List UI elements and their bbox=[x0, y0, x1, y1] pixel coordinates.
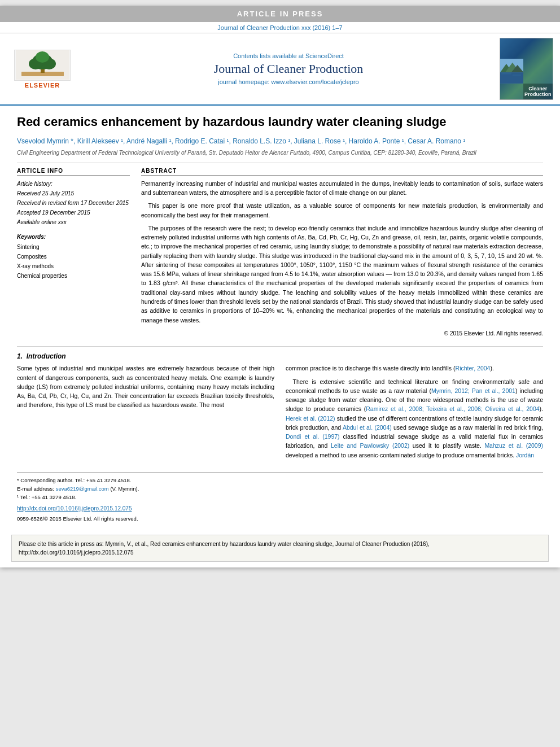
elsevier-logo-image bbox=[14, 50, 71, 81]
science-direct-link[interactable]: ScienceDirect bbox=[305, 53, 344, 59]
intro-heading: 1. Introduction bbox=[17, 352, 274, 360]
citation-text: Please cite this article in press as: My… bbox=[19, 541, 430, 556]
footer-copyright: 0959-6526/© 2015 Elsevier Ltd. All right… bbox=[17, 514, 543, 523]
keyword-sintering: Sintering bbox=[17, 242, 130, 252]
ref-ramirez[interactable]: Ramirez et al., 2008; Teixeira et al., 2… bbox=[366, 405, 539, 412]
thumbnail-label: Cleaner Production bbox=[523, 84, 553, 99]
journal-title-block: Contents lists available at ScienceDirec… bbox=[85, 53, 492, 85]
article-info-column: ARTICLE INFO Article history: Received 2… bbox=[17, 168, 130, 338]
accepted-date: Accepted 19 December 2015 bbox=[17, 208, 130, 217]
journal-thumbnail: Cleaner Production bbox=[498, 38, 554, 100]
keyword-composites: Composites bbox=[17, 252, 130, 261]
revised-date: Received in revised form 17 December 201… bbox=[17, 198, 130, 208]
ref-richter[interactable]: Richter, 2004 bbox=[456, 365, 491, 372]
note1: ¹ Tel.: +55 41 3279 4518. bbox=[17, 493, 543, 501]
corresponding-text: * Corresponding author. Tel.: +55 41 327… bbox=[17, 477, 131, 483]
keywords-label: Keywords: bbox=[17, 234, 130, 240]
corresponding-author: * Corresponding author. Tel.: +55 41 327… bbox=[17, 476, 543, 484]
ref-mymrin[interactable]: Mymrin, 2012; Pan et al., 2001 bbox=[431, 387, 515, 394]
online-date: Available online xxx bbox=[17, 217, 130, 227]
abstract-copyright: © 2015 Elsevier Ltd. All rights reserved… bbox=[141, 329, 543, 338]
banner-text: ARTICLE IN PRESS bbox=[237, 10, 323, 18]
journal-homepage-line: journal homepage: www.elsevier.com/locat… bbox=[85, 78, 492, 85]
main-content: Red ceramics enhancement by hazardous la… bbox=[0, 106, 560, 529]
section-number: 1. bbox=[17, 352, 23, 360]
article-title: Red ceramics enhancement by hazardous la… bbox=[17, 114, 543, 130]
svg-point-6 bbox=[36, 51, 49, 63]
body-right-column: common practice is to discharge this was… bbox=[286, 352, 543, 464]
history-label: Article history: bbox=[17, 179, 130, 189]
thumbnail-svg bbox=[500, 43, 524, 99]
homepage-link[interactable]: www.elsevier.com/locate/jclepro bbox=[271, 78, 358, 85]
journal-issue-text: Journal of Cleaner Production xxx (2016)… bbox=[217, 24, 342, 31]
page: ARTICLE IN PRESS Journal of Cleaner Prod… bbox=[0, 6, 560, 567]
email-line: E-mail address: seva6219@gmail.com (V. M… bbox=[17, 484, 543, 493]
journal-header: ELSEVIER Contents lists available at Sci… bbox=[0, 33, 560, 106]
article-info-heading: ARTICLE INFO bbox=[17, 168, 130, 176]
ref-dondi[interactable]: Dondi et al. (1997) bbox=[286, 433, 340, 440]
body-left-column: 1. Introduction Some types of industrial… bbox=[17, 352, 274, 464]
ref-leite[interactable]: Leite and Pawlowsky (2002) bbox=[331, 442, 409, 449]
keyword-xray: X-ray methods bbox=[17, 261, 130, 271]
elsevier-logo-container: ELSEVIER bbox=[6, 50, 79, 89]
email-label: E-mail address: bbox=[17, 486, 56, 492]
ref-abdul[interactable]: Abdul et al. (2004) bbox=[343, 424, 392, 431]
abstract-para-3: The purposes of the research were the ne… bbox=[141, 224, 543, 325]
svg-rect-13 bbox=[501, 73, 511, 74]
info-abstract-columns: ARTICLE INFO Article history: Received 2… bbox=[17, 168, 543, 338]
abstract-column: ABSTRACT Permanently increasing number o… bbox=[141, 168, 543, 338]
email-link[interactable]: seva6219@gmail.com bbox=[56, 486, 109, 492]
divider-1 bbox=[17, 163, 543, 163]
citation-bar: Please cite this article in press as: My… bbox=[11, 535, 549, 562]
journal-title: Journal of Cleaner Production bbox=[85, 62, 492, 76]
body-section: 1. Introduction Some types of industrial… bbox=[17, 346, 543, 464]
intro-para-2: common practice is to discharge this was… bbox=[286, 364, 543, 373]
science-direct-line: Contents lists available at ScienceDirec… bbox=[85, 53, 492, 59]
elsevier-wordmark: ELSEVIER bbox=[25, 82, 60, 89]
body-columns: 1. Introduction Some types of industrial… bbox=[17, 352, 543, 464]
email-suffix: (V. Mymrin). bbox=[110, 486, 139, 492]
svg-rect-14 bbox=[512, 75, 520, 76]
received-date: Received 25 July 2015 bbox=[17, 189, 130, 198]
keywords-section: Keywords: Sintering Composites X-ray met… bbox=[17, 234, 130, 281]
journal-issue-line: Journal of Cleaner Production xxx (2016)… bbox=[0, 22, 560, 33]
ref-jordan[interactable]: Jordán bbox=[516, 452, 534, 458]
keyword-chemical: Chemical properties bbox=[17, 271, 130, 281]
ref-herek[interactable]: Herek et al. (2012) bbox=[286, 415, 335, 422]
authors-line: Vsevolod Mymrin *, Kirill Alekseev ¹, An… bbox=[17, 136, 543, 147]
abstract-heading: ABSTRACT bbox=[141, 168, 543, 176]
intro-para-3: There is extensive scientific and techni… bbox=[286, 377, 543, 460]
intro-body-left: Some types of industrial and municipal w… bbox=[17, 364, 274, 409]
footnotes: * Corresponding author. Tel.: +55 41 327… bbox=[17, 472, 543, 523]
abstract-para-1: Permanently increasing number of industr… bbox=[141, 179, 543, 198]
section-title-text: Introduction bbox=[27, 352, 66, 360]
ref-mahzuz[interactable]: Mahzuz et al. (2009) bbox=[484, 442, 543, 449]
homepage-prefix: journal homepage: bbox=[218, 78, 271, 85]
doi-link[interactable]: http://dx.doi.org/10.1016/j.jclepro.2015… bbox=[17, 505, 132, 512]
article-history: Article history: Received 25 July 2015 R… bbox=[17, 179, 130, 227]
affiliation: Civil Engineering Department of Federal … bbox=[17, 149, 543, 157]
abstract-para-2: This paper is one more proof that waste … bbox=[141, 201, 543, 220]
thumbnail-image: Cleaner Production bbox=[500, 38, 553, 100]
science-direct-prefix: Contents lists available at bbox=[233, 53, 305, 59]
intro-para-1: Some types of industrial and municipal w… bbox=[17, 364, 274, 409]
elsevier-logo-svg bbox=[16, 50, 69, 80]
article-in-press-banner: ARTICLE IN PRESS bbox=[0, 6, 560, 22]
intro-body-right: common practice is to discharge this was… bbox=[286, 364, 543, 460]
abstract-body: Permanently increasing number of industr… bbox=[141, 179, 543, 338]
